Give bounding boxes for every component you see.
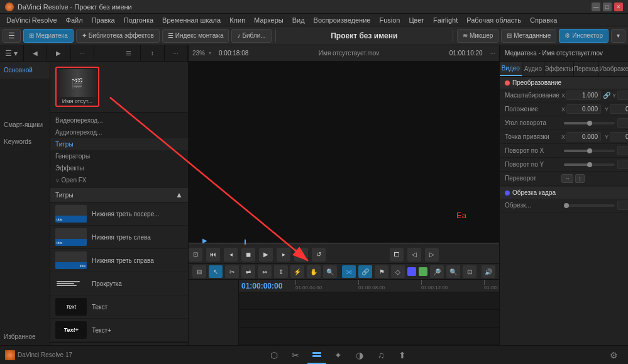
tl-tool-grid[interactable]: ⊟ bbox=[192, 265, 206, 278]
tl-col2[interactable] bbox=[419, 267, 427, 276]
yaw-slider[interactable] bbox=[564, 163, 615, 166]
tab-fusion[interactable]: ✦ bbox=[329, 346, 348, 364]
panel-controls[interactable]: ☰ ▾ bbox=[0, 45, 24, 61]
tab-color[interactable]: ◑ bbox=[350, 346, 369, 364]
tl-tool-zoom[interactable]: 🔍 bbox=[323, 265, 337, 278]
tl-audio-btn[interactable]: 🔊 bbox=[482, 265, 495, 278]
effects-cat-audio-trans[interactable]: Аудиопереход... bbox=[50, 126, 188, 138]
toolbar-overflow[interactable]: ▾ bbox=[611, 29, 625, 43]
tab-fairlight[interactable]: ♫ bbox=[372, 346, 390, 364]
tl-tool-blade[interactable]: ✂ bbox=[225, 265, 239, 278]
tl-tool-cursor[interactable]: ↖ bbox=[209, 265, 223, 278]
flip-v-btn[interactable]: ↕ bbox=[575, 174, 585, 183]
effect-item-5[interactable]: Text+ Текст+ bbox=[50, 319, 188, 342]
effect-item-3[interactable]: Прокрутка bbox=[50, 272, 188, 295]
tab-cut[interactable]: ✂ bbox=[286, 346, 305, 364]
tl-flag-btn[interactable]: ⚑ bbox=[375, 265, 388, 278]
scale-y-input[interactable]: 1.000 bbox=[617, 91, 628, 100]
insp-tab-transition[interactable]: Переход bbox=[574, 62, 600, 76]
menu-playback[interactable]: Воспроизведение bbox=[310, 14, 375, 26]
preview-scrubbar[interactable] bbox=[189, 243, 499, 245]
skip-start-btn[interactable]: ⏮ bbox=[206, 248, 220, 262]
menu-clip[interactable]: Клип bbox=[226, 14, 249, 26]
panel-more[interactable]: ··· bbox=[71, 45, 95, 61]
mark-out-btn[interactable]: ▷ bbox=[425, 248, 439, 262]
pos-y-input[interactable]: 0.000 bbox=[610, 104, 628, 114]
tab-deliver[interactable]: ⬆ bbox=[393, 346, 412, 364]
menu-color[interactable]: Цвет bbox=[405, 14, 428, 26]
menu-help[interactable]: Справка bbox=[526, 14, 561, 26]
tl-tool-hand[interactable]: ✋ bbox=[307, 265, 321, 278]
view-btn[interactable]: ⊡ bbox=[189, 248, 202, 262]
loop-btn[interactable]: ↺ bbox=[312, 248, 326, 262]
tl-zoom-fit[interactable]: ⊡ bbox=[463, 265, 477, 278]
prev-frame-btn[interactable]: ◂ bbox=[224, 248, 238, 262]
timeline-content[interactable]: 01:00:00:00 01:00:04:00 01:00:08:00 01:0… bbox=[239, 280, 499, 345]
zoom-display[interactable]: 23% bbox=[192, 50, 205, 57]
sidebar-item-keywords[interactable]: Keywords bbox=[0, 133, 50, 150]
tl-zoom-in[interactable]: 🔍 bbox=[446, 265, 460, 278]
anchor-x-input[interactable]: 0.000 bbox=[566, 132, 601, 141]
menu-workspace[interactable]: Рабочая область bbox=[463, 14, 525, 26]
tab-settings[interactable]: ⚙ bbox=[604, 346, 623, 364]
media-pool-button[interactable]: ⊞ Медиатека bbox=[23, 29, 74, 43]
flip-h-btn[interactable]: ↔ bbox=[561, 174, 573, 183]
panel-nav-right[interactable]: ▶ bbox=[47, 45, 71, 61]
close-button[interactable]: ✕ bbox=[614, 3, 623, 11]
tl-snap-btn[interactable]: ⋊ bbox=[342, 265, 356, 278]
menu-fit[interactable]: Подгонка bbox=[120, 14, 157, 26]
pitch-input[interactable]: 0.000 bbox=[617, 146, 628, 155]
edit-index-button[interactable]: ☰ Индекс монтажа bbox=[162, 29, 229, 43]
insp-tab-video[interactable]: Видео bbox=[500, 62, 522, 76]
preview-overflow[interactable]: ··· bbox=[490, 50, 495, 57]
next-frame-btn[interactable]: ▸ bbox=[277, 248, 290, 262]
menu-timeline[interactable]: Временная шкала bbox=[158, 14, 224, 26]
tl-tool-dynamic[interactable]: ⇄ bbox=[241, 265, 255, 278]
clip-btn[interactable]: ⧠ bbox=[390, 248, 404, 262]
sound-library-button[interactable]: ♪ Библи... bbox=[231, 29, 271, 43]
effects-library-button[interactable]: ✦ Библиотека эффектов bbox=[76, 29, 160, 43]
menu-davinci[interactable]: DaVinci Resolve bbox=[3, 14, 61, 26]
effect-item-1[interactable]: title Нижняя треть слева bbox=[50, 226, 188, 249]
tab-media[interactable]: ⬡ bbox=[265, 346, 284, 364]
inspector-button[interactable]: ⚙ Инспектор bbox=[559, 29, 609, 43]
menu-file[interactable]: Файл bbox=[62, 14, 87, 26]
insp-tab-image[interactable]: Изображение bbox=[599, 62, 628, 76]
tl-link-btn[interactable]: 🔗 bbox=[358, 265, 372, 278]
mark-in-btn[interactable]: ◁ bbox=[407, 248, 421, 262]
skip-end-btn[interactable]: ⏭ bbox=[294, 248, 308, 262]
insp-tab-audio[interactable]: Аудио bbox=[522, 62, 545, 76]
maximize-button[interactable]: □ bbox=[603, 3, 612, 11]
effect-item-4[interactable]: Text Текст bbox=[50, 295, 188, 319]
rotation-slider[interactable] bbox=[564, 122, 615, 124]
stop-btn[interactable]: ◼ bbox=[241, 248, 255, 262]
effects-cat-effects[interactable]: Эффекты bbox=[50, 162, 188, 174]
tl-col1[interactable] bbox=[407, 267, 416, 276]
effects-cat-video-trans[interactable]: Видеопереход... bbox=[50, 114, 188, 126]
tab-edit[interactable] bbox=[307, 346, 326, 364]
effects-collapse[interactable]: ▲ bbox=[175, 190, 183, 199]
panel-sort[interactable]: ↕ bbox=[141, 45, 165, 61]
sidebar-item-smart-bins[interactable]: Смарт-ящики bbox=[0, 116, 50, 133]
sidebar-item-favorite[interactable]: Избранное bbox=[0, 328, 50, 345]
tl-marker-btn[interactable]: ◇ bbox=[391, 265, 405, 278]
link-icon[interactable]: 🔗 bbox=[603, 92, 610, 99]
anchor-y-input[interactable]: 0.000 bbox=[610, 132, 628, 141]
menu-view[interactable]: Вид bbox=[289, 14, 309, 26]
mixer-button[interactable]: ≋ Микшер bbox=[457, 29, 499, 43]
pitch-slider[interactable] bbox=[564, 150, 615, 152]
scale-x-input[interactable]: 1.000 bbox=[566, 91, 601, 100]
menu-fusion[interactable]: Fusion bbox=[375, 14, 404, 26]
effect-item-2[interactable]: title Нижняя треть справа bbox=[50, 249, 188, 272]
panel-overflow2[interactable]: ··· bbox=[165, 45, 189, 61]
menu-markers[interactable]: Маркеры bbox=[250, 14, 287, 26]
minimize-button[interactable]: — bbox=[592, 3, 600, 11]
effects-cat-generators[interactable]: Генераторы bbox=[50, 150, 188, 162]
effects-cat-titles[interactable]: Титры bbox=[50, 138, 188, 150]
menu-fairlight[interactable]: Fairlight bbox=[429, 14, 461, 26]
tl-tool-speed[interactable]: ⚡ bbox=[290, 265, 304, 278]
crop-slider[interactable] bbox=[564, 204, 615, 207]
tl-zoom-out[interactable]: 🔎 bbox=[430, 265, 444, 278]
rotation-input[interactable]: 0.000 bbox=[617, 118, 628, 128]
effects-cat-openfx[interactable]: ∨ Open FX bbox=[50, 174, 188, 186]
